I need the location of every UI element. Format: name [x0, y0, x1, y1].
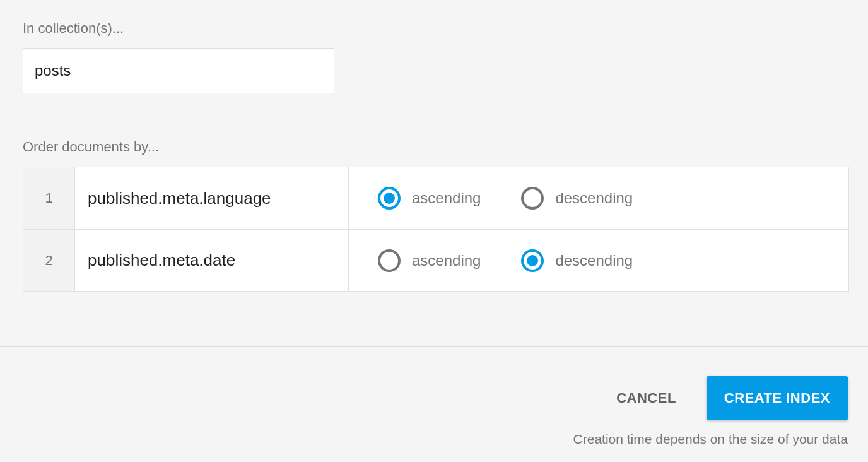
radio-unselected-icon: [521, 187, 544, 210]
row-number: 1: [23, 167, 75, 229]
descending-radio[interactable]: descending: [521, 249, 633, 272]
order-options: ascending descending: [349, 167, 848, 229]
order-row: 1 published.meta.language ascending desc…: [23, 167, 848, 229]
creation-hint: Creation time depends on the size of you…: [573, 432, 848, 447]
create-index-button[interactable]: CREATE INDEX: [707, 376, 848, 420]
radio-selected-icon: [378, 187, 401, 210]
order-label: Order documents by...: [23, 139, 845, 155]
field-path: published.meta.date: [75, 230, 349, 291]
descending-label: descending: [555, 252, 633, 270]
radio-selected-icon: [521, 249, 544, 272]
cancel-button[interactable]: CANCEL: [604, 379, 689, 418]
button-row: CANCEL CREATE INDEX: [604, 376, 848, 420]
order-options: ascending descending: [349, 230, 848, 291]
ascending-radio[interactable]: ascending: [378, 187, 481, 210]
radio-unselected-icon: [378, 249, 401, 272]
descending-radio[interactable]: descending: [521, 187, 633, 210]
collection-input[interactable]: [23, 48, 334, 93]
collection-label: In collection(s)...: [23, 20, 845, 37]
descending-label: descending: [555, 189, 633, 207]
ascending-label: ascending: [412, 252, 481, 270]
field-path: published.meta.language: [75, 167, 349, 229]
order-row: 2 published.meta.date ascending descendi…: [23, 229, 848, 291]
row-number: 2: [23, 230, 75, 291]
ascending-radio[interactable]: ascending: [378, 249, 481, 272]
order-table: 1 published.meta.language ascending desc…: [23, 167, 849, 292]
footer: CANCEL CREATE INDEX Creation time depend…: [0, 346, 868, 462]
ascending-label: ascending: [412, 189, 481, 207]
